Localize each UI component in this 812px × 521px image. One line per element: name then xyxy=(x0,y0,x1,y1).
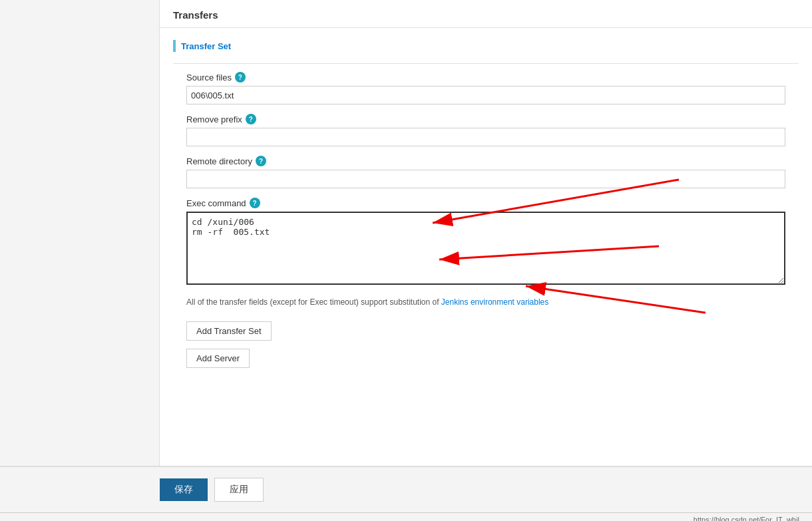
apply-button[interactable]: 应用 xyxy=(214,478,264,502)
content-area: Transfers Transfer Set Source files ? xyxy=(160,0,812,466)
transfer-set-bar xyxy=(173,40,176,52)
left-sidebar xyxy=(0,0,160,466)
exec-command-label-row: Exec command ? xyxy=(186,198,785,208)
source-files-help-icon[interactable]: ? xyxy=(235,72,246,83)
server-actions: Add Server xyxy=(186,349,785,368)
remove-prefix-help-icon[interactable]: ? xyxy=(246,114,256,124)
remote-directory-input[interactable] xyxy=(186,170,785,188)
remote-directory-label-row: Remote directory ? xyxy=(186,156,785,166)
add-server-button[interactable]: Add Server xyxy=(186,349,250,368)
remote-directory-label: Remote directory xyxy=(186,156,252,166)
exec-command-group: Exec command ? cd /xuni/006 rm -rf 005.t… xyxy=(186,198,785,287)
divider xyxy=(173,63,799,64)
status-url: https://blog.csdn.net/For_IT_whil... xyxy=(694,516,805,521)
transfer-set-header: Transfer Set xyxy=(173,35,799,60)
exec-command-label: Exec command xyxy=(186,198,246,208)
remove-prefix-input[interactable] xyxy=(186,128,785,146)
add-transfer-set-button[interactable]: Add Transfer Set xyxy=(186,321,272,341)
info-text-content: All of the transfer fields (except for E… xyxy=(186,297,441,307)
source-files-label-row: Source files ? xyxy=(186,72,785,83)
remove-prefix-label-row: Remove prefix ? xyxy=(186,114,785,124)
info-text: All of the transfer fields (except for E… xyxy=(186,296,785,308)
section-title: Transfers xyxy=(160,0,812,28)
remote-directory-help-icon[interactable]: ? xyxy=(256,156,266,166)
save-button[interactable]: 保存 xyxy=(160,478,208,501)
exec-command-help-icon[interactable]: ? xyxy=(250,198,260,208)
remote-directory-group: Remote directory ? xyxy=(186,156,785,188)
transfer-set-label: Transfer Set xyxy=(181,41,231,51)
transfer-actions: Add Transfer Set xyxy=(186,321,785,341)
jenkins-env-vars-link[interactable]: Jenkins environment variables xyxy=(441,297,548,307)
status-bar: https://blog.csdn.net/For_IT_whil... xyxy=(0,512,812,521)
bottom-action-bar: 保存 应用 xyxy=(0,466,812,512)
source-files-label: Source files xyxy=(186,73,232,83)
exec-command-textarea[interactable]: cd /xuni/006 rm -rf 005.txt xyxy=(186,212,785,285)
remove-prefix-group: Remove prefix ? xyxy=(186,114,785,146)
source-files-group: Source files ? xyxy=(186,72,785,104)
remove-prefix-label: Remove prefix xyxy=(186,114,242,124)
source-files-input[interactable] xyxy=(186,86,785,104)
